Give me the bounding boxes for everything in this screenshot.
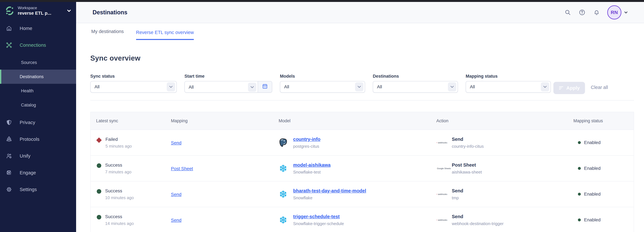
apply-button[interactable]: Apply — [554, 82, 585, 94]
sync-overview-table: Latest sync Mapping Model Action Mapping… — [90, 112, 634, 232]
action-logo-text: webhooks — [438, 193, 447, 196]
model-link[interactable]: country-info — [293, 136, 320, 142]
action-logo-text: webhooks — [438, 141, 447, 144]
action-logo-text: Google Sheets — [437, 167, 451, 170]
workspace-selector[interactable]: Workspace reverse ETL p... — [0, 2, 76, 19]
sync-time-text: 10 minutes ago — [105, 195, 134, 201]
tab-reverse-etl-sync-overview[interactable]: Reverse ETL sync overview — [136, 30, 194, 40]
sync-time-text: 7 minutes ago — [105, 169, 132, 175]
success-status-icon — [97, 163, 101, 168]
sidebar-item-privacy[interactable]: Privacy — [0, 116, 76, 129]
help-icon[interactable] — [578, 9, 586, 16]
sidebar-item-catalog[interactable]: Catalog — [0, 98, 76, 112]
action-cell: webhooks Send tmp — [436, 188, 574, 201]
model-cell: bharath-test-day-and-time-model Snowflak… — [279, 188, 436, 201]
content: Sync overview Sync status All Start time — [76, 40, 644, 232]
filter-label: Sync status — [90, 74, 177, 79]
mapping-status-text: Enabled — [584, 217, 601, 223]
sidebar-item-label: Protocols — [20, 137, 40, 142]
latest-sync-cell: Success 14 minutes ago — [96, 214, 171, 226]
mapping-link[interactable]: Send — [171, 218, 182, 223]
start-time-select[interactable]: All — [185, 81, 258, 93]
filter-mapping-status: Mapping status All — [466, 74, 551, 93]
table-row: Failed 5 minutes ago Send — [90, 130, 634, 155]
filter-sync-status: Sync status All — [90, 74, 177, 93]
user-menu[interactable]: RN — [607, 5, 628, 19]
table-row: Success 10 minutes ago Send — [90, 181, 634, 207]
table-row: Success 14 minutes ago Send — [90, 207, 634, 232]
sync-status-text: Failed — [106, 136, 132, 142]
model-cell: country-info postgres-citus — [279, 136, 436, 149]
connections-icon — [6, 42, 12, 48]
filter-icon — [558, 85, 564, 91]
model-link[interactable]: model-aishikawa — [293, 162, 330, 168]
protocols-icon — [6, 136, 12, 142]
col-header-latest-sync: Latest sync — [96, 118, 171, 123]
destinations-select[interactable]: All — [373, 81, 458, 93]
rudderstack-logo-icon — [5, 6, 14, 16]
col-header-model: Model — [279, 118, 436, 123]
home-icon — [6, 25, 12, 31]
action-title: Send — [452, 136, 484, 142]
sidebar-item-connections[interactable]: Connections — [0, 39, 76, 51]
tab-my-destinations[interactable]: My destinations — [91, 29, 124, 40]
sidebar-item-home[interactable]: Home — [0, 22, 76, 35]
model-source-text: Snowflake-test — [293, 169, 330, 175]
sub-item-label: Catalog — [21, 103, 36, 108]
model-link[interactable]: trigger-schedule-test — [293, 214, 340, 220]
sidebar-item-engage[interactable]: Engage — [0, 166, 76, 179]
topbar-icons: RN — [557, 5, 628, 19]
mapping-link[interactable]: Post Sheet — [171, 166, 193, 171]
select-value: All — [377, 84, 382, 89]
sync-time-text: 5 minutes ago — [106, 143, 132, 149]
action-cell: webhooks Send webhook-destination-trigge… — [436, 214, 574, 226]
filter-label: Mapping status — [466, 74, 551, 79]
sidebar-item-health[interactable]: Health — [0, 84, 76, 98]
sidebar-item-settings[interactable]: Settings — [0, 183, 76, 196]
workspace-chevron-down-icon[interactable] — [66, 7, 72, 14]
search-icon[interactable] — [564, 9, 571, 16]
snowflake-icon — [279, 164, 288, 173]
apply-label: Apply — [566, 85, 580, 91]
mapping-link[interactable]: Send — [171, 192, 182, 197]
clear-all-link[interactable]: Clear all — [591, 85, 608, 90]
action-logo-text: webhooks — [438, 219, 447, 221]
chevron-down-icon — [355, 82, 364, 91]
sidebar-item-label: Connections — [20, 42, 46, 48]
topbar: Destinations — [76, 2, 644, 23]
workspace-label: Workspace — [18, 5, 64, 10]
webhooks-icon: webhooks — [436, 141, 447, 144]
bell-icon[interactable] — [593, 9, 600, 16]
unify-icon — [6, 153, 12, 159]
postgres-icon — [279, 138, 288, 147]
main-area: Destinations — [76, 2, 644, 232]
model-source-text: Snowflake-trigger-schedule — [293, 221, 344, 226]
models-select[interactable]: All — [280, 81, 365, 93]
snowflake-icon — [279, 216, 288, 225]
calendar-button[interactable] — [258, 81, 272, 92]
google-sheets-icon: Google Sheets — [436, 166, 447, 170]
sync-status-select[interactable]: All — [90, 81, 177, 93]
action-cell: webhooks Send country-info-citus — [436, 136, 574, 149]
webhooks-icon: webhooks — [436, 192, 447, 196]
success-status-icon — [97, 215, 101, 220]
section-divider — [90, 100, 634, 101]
mapping-status-cell: Enabled — [574, 166, 634, 171]
filter-start-time: Start time All — [184, 74, 272, 93]
mapping-status-select[interactable]: All — [466, 81, 551, 93]
sub-item-label: Destinations — [20, 74, 44, 79]
mapping-link[interactable]: Send — [171, 140, 182, 145]
sync-status-text: Success — [105, 162, 132, 168]
avatar[interactable]: RN — [607, 5, 622, 19]
action-destination-text: webhook-destination-trigger — [452, 221, 504, 226]
model-link[interactable]: bharath-test-day-and-time-model — [293, 188, 366, 194]
shield-icon — [6, 119, 12, 126]
tab-bar: My destinations Reverse ETL sync overvie… — [76, 23, 644, 40]
sidebar-item-protocols[interactable]: Protocols — [0, 133, 76, 146]
mapping-status-text: Enabled — [584, 166, 601, 171]
sidebar-item-unify[interactable]: Unify — [0, 150, 76, 162]
chevron-down-icon — [541, 82, 549, 91]
table-header-row: Latest sync Mapping Model Action Mapping… — [90, 112, 634, 130]
sidebar-item-sources[interactable]: Sources — [0, 55, 76, 70]
sidebar-item-destinations[interactable]: Destinations — [0, 70, 76, 84]
